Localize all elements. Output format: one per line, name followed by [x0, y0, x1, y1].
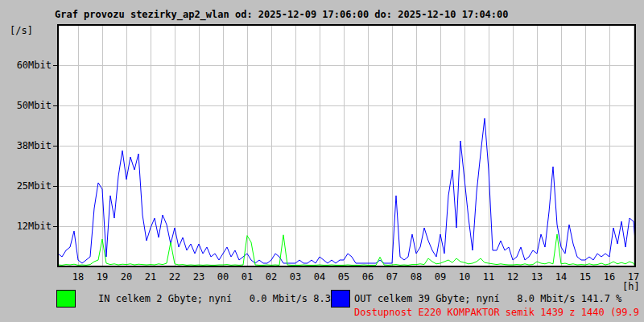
y-tick-label: 12Mbit [0, 221, 52, 231]
x-tick-label: 06 [362, 272, 374, 282]
legend-label-out: OUT celkem 39 Gbyte; nyní 8.0 Mbit/s 141… [354, 293, 621, 304]
x-tick-label: 12 [507, 272, 518, 282]
x-tick-label: 14 [555, 272, 567, 282]
x-tick-label: 22 [169, 272, 180, 282]
x-tick-label: 23 [193, 272, 204, 282]
x-tick-label: 15 [580, 272, 591, 282]
y-tick-label: 38Mbit [0, 141, 52, 151]
x-tick-label: 01 [242, 272, 253, 282]
x-tick-label: 07 [386, 272, 398, 282]
x-tick-label: 00 [217, 272, 229, 282]
legend-swatch-out [331, 290, 350, 308]
x-tick-label: 08 [411, 272, 422, 282]
x-tick-label: 16 [604, 272, 615, 282]
x-tick-label: 09 [435, 272, 446, 282]
x-tick-label: 04 [314, 272, 325, 282]
x-tick-label: 11 [483, 272, 494, 282]
x-tick-label: 18 [72, 272, 84, 282]
legend-label-in: IN celkem 2 Gbyte; nyní 0.0 Mbit/s 8.3 % [98, 293, 342, 304]
x-tick-label: 20 [121, 272, 132, 282]
x-tick-label: 03 [290, 272, 301, 282]
x-tick-label: 10 [459, 272, 470, 282]
x-tick-label: 02 [266, 272, 277, 282]
traffic-graph [52, 23, 638, 270]
page-title: Graf provozu stezirky_ap2_wlan od: 2025-… [55, 9, 509, 20]
y-tick-label: 25Mbit [0, 181, 52, 191]
x-tick-label: 21 [145, 272, 156, 282]
y-tick-label: 50Mbit [0, 101, 52, 110]
legend-swatch-in [56, 290, 76, 308]
y-tick-label: 60Mbit [0, 60, 52, 70]
y-axis-unit-label: [/s] [10, 25, 33, 36]
x-tick-label: 13 [531, 272, 543, 282]
availability-text: Dostupnost E220 KOMPAKTOR semik 1439 z 1… [354, 307, 644, 318]
x-tick-label: 05 [338, 272, 349, 282]
x-tick-label: 19 [97, 272, 108, 282]
x-axis-unit-label: [h] [622, 281, 640, 292]
